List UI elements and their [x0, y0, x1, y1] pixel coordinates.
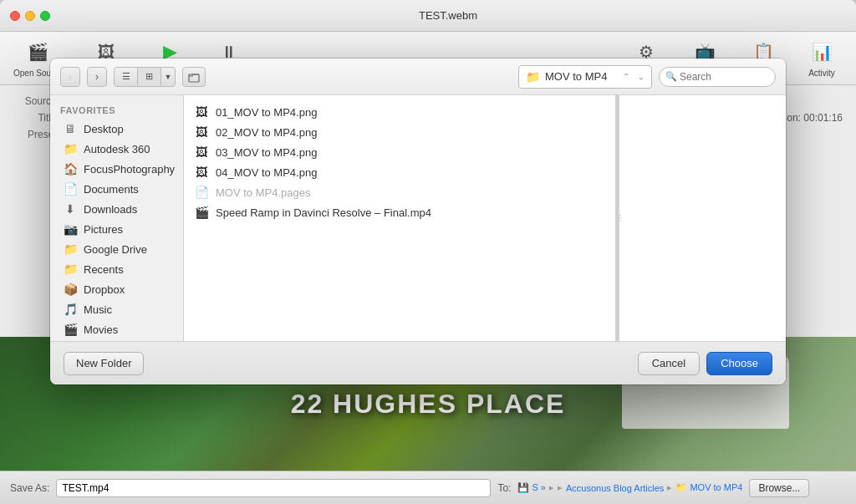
sidebar-item-documents-label: Documents — [84, 183, 139, 196]
resize-handle[interactable]: ⋮ — [615, 95, 619, 341]
sidebar-item-music[interactable]: 🎵 Music — [54, 299, 180, 319]
view-toggle: ☰ ⊞ ▼ — [114, 67, 176, 87]
sidebar-item-dropbox[interactable]: 📦 Dropbox — [54, 279, 180, 299]
activity-button[interactable]: 📊 Activity — [801, 38, 843, 78]
sidebar-item-movies-label: Movies — [84, 323, 118, 336]
folder-chevron-down-icon: ⌃ — [638, 72, 645, 81]
preview-panel — [619, 95, 786, 341]
sidebar-item-googledrive[interactable]: 📁 Google Drive — [54, 239, 180, 259]
path-mov: 📁 MOV to MP4 — [675, 482, 742, 493]
file-name-6: Speed Ramp in Davinci Resolve – Final.mp… — [216, 206, 431, 219]
sidebar-item-downloads[interactable]: ⬇ Downloads — [54, 199, 180, 219]
minimize-button[interactable] — [25, 11, 35, 21]
sidebar-item-desktop-label: Desktop — [84, 123, 124, 135]
file-item-1[interactable]: 🖼 01_MOV to MP4.png — [184, 102, 615, 122]
file-icon-3: 🖼 — [194, 145, 209, 159]
view-list-button[interactable]: ☰ — [115, 68, 138, 86]
cancel-button[interactable]: Cancel — [638, 352, 700, 375]
new-folder-button[interactable]: New Folder — [64, 352, 144, 375]
downloads-icon: ⬇ — [64, 202, 77, 216]
search-wrapper: 🔍 — [659, 67, 776, 87]
file-name-3: 03_MOV to MP4.png — [216, 146, 317, 159]
sidebar-item-dropbox-label: Dropbox — [84, 283, 125, 296]
save-as-label: Save As: — [10, 482, 49, 494]
search-icon: 🔍 — [665, 71, 677, 82]
bottom-bar: Save As: To: 💾 S » ▸ ▸ Accusonus Blog Ar… — [0, 471, 856, 504]
folder-chevron-icon: ⌃ — [623, 72, 629, 81]
movies-icon: 🎬 — [64, 323, 77, 336]
file-item-3[interactable]: 🖼 03_MOV to MP4.png — [184, 142, 615, 162]
file-name-5: MOV to MP4.pages — [216, 186, 310, 199]
open-source-icon: 🎬 — [24, 38, 51, 65]
window-title: TEST.webm — [50, 9, 846, 22]
path-blog: Accusonus Blog Articles — [566, 483, 664, 493]
sidebar-item-music-label: Music — [84, 303, 112, 316]
nav-back-button[interactable]: ‹ — [60, 67, 80, 87]
dialog-toolbar: ‹ › ☰ ⊞ ▼ 📁 MOV to MP4 ⌃ ⌃ 🔍 — [50, 59, 786, 95]
documents-icon: 📄 — [64, 182, 77, 196]
focusphotography-icon: 🏠 — [64, 162, 77, 176]
folder-selector[interactable]: 📁 MOV to MP4 ⌃ ⌃ — [518, 65, 652, 89]
file-list: 🖼 01_MOV to MP4.png 🖼 02_MOV to MP4.png … — [184, 95, 615, 341]
sidebar-item-recents-label: Recents — [84, 263, 124, 276]
sidebar-item-pictures-label: Pictures — [84, 223, 123, 236]
file-icon-4: 🖼 — [194, 165, 209, 179]
to-label: To: — [497, 482, 511, 494]
dropbox-icon: 📦 — [64, 283, 77, 296]
activity-label: Activity — [808, 69, 835, 78]
file-item-2[interactable]: 🖼 02_MOV to MP4.png — [184, 122, 615, 142]
action-button[interactable] — [182, 67, 206, 87]
file-icon-6: 🎬 — [194, 206, 209, 219]
maximize-button[interactable] — [40, 11, 50, 21]
close-button[interactable] — [10, 11, 20, 21]
file-icon-2: 🖼 — [194, 125, 209, 139]
traffic-lights — [10, 11, 50, 21]
googledrive-icon: 📁 — [64, 242, 77, 256]
recents-icon: 📁 — [64, 262, 77, 276]
file-item-6[interactable]: 🎬 Speed Ramp in Davinci Resolve – Final.… — [184, 202, 615, 222]
path-display: 💾 S » ▸ ▸ Accusonus Blog Articles ▸ 📁 MO… — [517, 482, 742, 493]
dialog-body: Favorites 🖥 Desktop 📁 Autodesk 360 🏠 Foc… — [50, 95, 786, 341]
path-drive: 💾 S » — [517, 482, 546, 493]
sidebar-item-autodesk360-label: Autodesk 360 — [84, 143, 150, 155]
nav-forward-button[interactable]: › — [87, 67, 107, 87]
folder-action-icon — [188, 71, 200, 83]
sidebar-item-autodesk360[interactable]: 📁 Autodesk 360 — [54, 139, 180, 159]
pictures-icon: 📷 — [64, 222, 77, 236]
dialog-actions: Cancel Choose — [638, 352, 772, 375]
sidebar-item-documents[interactable]: 📄 Documents — [54, 179, 180, 199]
file-icon-5: 📄 — [194, 186, 209, 199]
path-dots: ▸ — [558, 482, 563, 493]
file-item-5[interactable]: 📄 MOV to MP4.pages — [184, 182, 615, 202]
autodesk360-icon: 📁 — [64, 142, 77, 155]
file-icon-1: 🖼 — [194, 105, 209, 119]
desktop-icon: 🖥 — [64, 122, 77, 135]
view-dropdown-button[interactable]: ▼ — [161, 68, 175, 86]
sidebar-item-googledrive-label: Google Drive — [84, 243, 147, 256]
sidebar-item-focusphotography-label: FocusPhotography — [84, 163, 175, 176]
choose-button[interactable]: Choose — [706, 352, 772, 375]
file-item-4[interactable]: 🖼 04_MOV to MP4.png — [184, 162, 615, 182]
sidebar: Favorites 🖥 Desktop 📁 Autodesk 360 🏠 Foc… — [50, 95, 184, 341]
folder-selector-icon: 📁 — [526, 70, 540, 84]
dialog-footer: New Folder Cancel Choose — [50, 341, 786, 384]
title-bar: TEST.webm — [0, 0, 856, 32]
sidebar-item-pictures[interactable]: 📷 Pictures — [54, 219, 180, 239]
sidebar-item-movies[interactable]: 🎬 Movies — [54, 319, 180, 339]
activity-icon: 📊 — [808, 38, 835, 65]
sidebar-item-focusphotography[interactable]: 🏠 FocusPhotography — [54, 159, 180, 179]
sidebar-item-recents[interactable]: 📁 Recents — [54, 259, 180, 279]
svg-rect-0 — [189, 74, 199, 82]
file-name-1: 01_MOV to MP4.png — [216, 106, 317, 119]
music-icon: 🎵 — [64, 303, 77, 316]
duration-value: on: 00:01:16 — [787, 112, 843, 124]
video-overlay-text: 22 HUGHES PLACE — [291, 389, 566, 420]
file-name-2: 02_MOV to MP4.png — [216, 126, 317, 139]
view-column-button[interactable]: ⊞ — [138, 68, 161, 86]
folder-selector-name: MOV to MP4 — [545, 70, 607, 83]
sidebar-section-label: Favorites — [50, 102, 183, 119]
save-as-input[interactable] — [56, 479, 491, 497]
sidebar-item-desktop[interactable]: 🖥 Desktop — [54, 119, 180, 139]
file-name-4: 04_MOV to MP4.png — [216, 166, 317, 179]
browse-button[interactable]: Browse... — [749, 479, 809, 497]
